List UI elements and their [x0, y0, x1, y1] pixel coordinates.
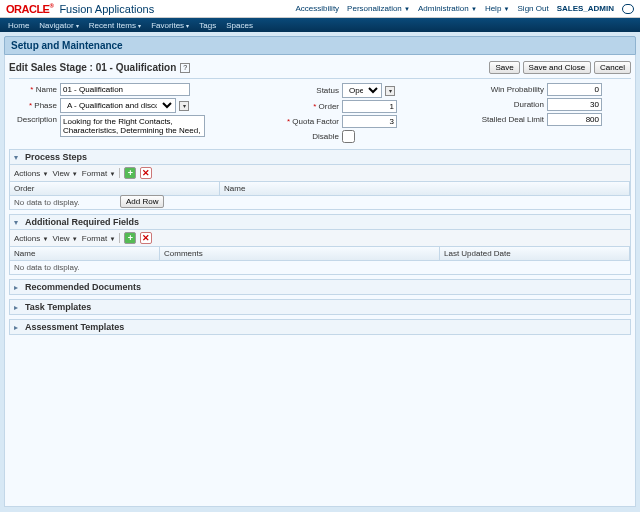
help-link[interactable]: Help ▼: [485, 4, 510, 14]
actions-menu[interactable]: Actions ▼: [14, 234, 48, 243]
panel-title: Edit Sales Stage : 01 - Qualification: [9, 62, 176, 73]
main-panel: Edit Sales Stage : 01 - Qualification ? …: [4, 55, 636, 507]
format-menu[interactable]: Format ▼: [82, 234, 116, 243]
brand-logo: ORACLE®: [6, 3, 53, 15]
disable-checkbox[interactable]: [342, 130, 355, 143]
description-textarea[interactable]: Looking for the Right Contacts, Characte…: [60, 115, 205, 137]
order-input[interactable]: [342, 100, 397, 113]
twist-down-icon: ▾: [14, 218, 22, 227]
column-last-updated[interactable]: Last Updated Date: [440, 247, 630, 260]
status-select[interactable]: Open: [342, 83, 382, 98]
actions-menu[interactable]: Actions ▼: [14, 169, 48, 178]
delete-icon[interactable]: ✕: [140, 167, 152, 179]
favorites-menu[interactable]: Favorites ▾: [151, 21, 189, 30]
chat-icon[interactable]: [622, 4, 634, 14]
twist-right-icon: ▸: [14, 323, 22, 332]
add-icon[interactable]: +: [124, 232, 136, 244]
global-header: ORACLE® Fusion Applications Accessibilit…: [0, 0, 640, 18]
panel-header: Edit Sales Stage : 01 - Qualification ? …: [9, 59, 631, 79]
twist-right-icon: ▸: [14, 283, 22, 292]
add-icon[interactable]: +: [124, 167, 136, 179]
additional-required-fields-header[interactable]: ▾Additional Required Fields: [9, 214, 631, 230]
status-dropdown-icon[interactable]: ▾: [385, 86, 395, 96]
twist-right-icon: ▸: [14, 303, 22, 312]
phase-dropdown-icon[interactable]: ▾: [179, 101, 189, 111]
column-name[interactable]: Name: [10, 247, 160, 260]
column-comments[interactable]: Comments: [160, 247, 440, 260]
format-menu[interactable]: Format ▼: [82, 169, 116, 178]
recommended-documents-header[interactable]: ▸Recommended Documents: [9, 279, 631, 295]
process-steps-toolbar: Actions ▼ View ▼ Format ▼ + ✕: [9, 165, 631, 182]
table-empty-row: No data to display.: [10, 261, 630, 274]
process-steps-header[interactable]: ▾Process Steps: [9, 149, 631, 165]
help-icon[interactable]: ?: [180, 63, 190, 73]
twist-down-icon: ▾: [14, 153, 22, 162]
quota-factor-input[interactable]: [342, 115, 397, 128]
global-links: Accessibility Personalization ▼ Administ…: [296, 4, 634, 14]
navigator-menu[interactable]: Navigator ▾: [39, 21, 78, 30]
table-empty-row: No data to display.Add Row: [10, 196, 630, 209]
accessibility-link[interactable]: Accessibility: [296, 4, 340, 14]
page-body: Setup and Maintenance Edit Sales Stage :…: [0, 32, 640, 512]
arf-table: NameCommentsLast Updated Date No data to…: [9, 247, 631, 275]
administration-link[interactable]: Administration ▼: [418, 4, 477, 14]
arf-toolbar: Actions ▼ View ▼ Format ▼ + ✕: [9, 230, 631, 247]
task-templates-header[interactable]: ▸Task Templates: [9, 299, 631, 315]
page-title: Setup and Maintenance: [4, 36, 636, 55]
save-button[interactable]: Save: [489, 61, 519, 74]
user-name: SALES_ADMIN: [557, 4, 614, 14]
form-region: * Name * PhaseA - Qualification and disc…: [9, 83, 631, 143]
menu-bar: Home Navigator ▾ Recent Items ▾ Favorite…: [0, 18, 640, 32]
tags-menu[interactable]: Tags: [199, 21, 216, 30]
column-name[interactable]: Name: [220, 182, 630, 195]
win-probability-input[interactable]: [547, 83, 602, 96]
save-and-close-button[interactable]: Save and Close: [523, 61, 591, 74]
recent-items-menu[interactable]: Recent Items ▾: [89, 21, 141, 30]
signout-link[interactable]: Sign Out: [518, 4, 549, 14]
app-name: Fusion Applications: [59, 3, 154, 15]
cancel-button[interactable]: Cancel: [594, 61, 631, 74]
view-menu[interactable]: View ▼: [52, 234, 77, 243]
assessment-templates-header[interactable]: ▸Assessment Templates: [9, 319, 631, 335]
add-row-button[interactable]: Add Row: [120, 195, 164, 208]
column-order[interactable]: Order: [10, 182, 220, 195]
home-menu[interactable]: Home: [8, 21, 29, 30]
name-input[interactable]: [60, 83, 190, 96]
personalization-link[interactable]: Personalization ▼: [347, 4, 410, 14]
spaces-menu[interactable]: Spaces: [226, 21, 253, 30]
stalled-deal-limit-input[interactable]: [547, 113, 602, 126]
view-menu[interactable]: View ▼: [52, 169, 77, 178]
delete-icon[interactable]: ✕: [140, 232, 152, 244]
duration-input[interactable]: [547, 98, 602, 111]
process-steps-table: OrderName No data to display.Add Row: [9, 182, 631, 210]
phase-select[interactable]: A - Qualification and discovery: [60, 98, 176, 113]
